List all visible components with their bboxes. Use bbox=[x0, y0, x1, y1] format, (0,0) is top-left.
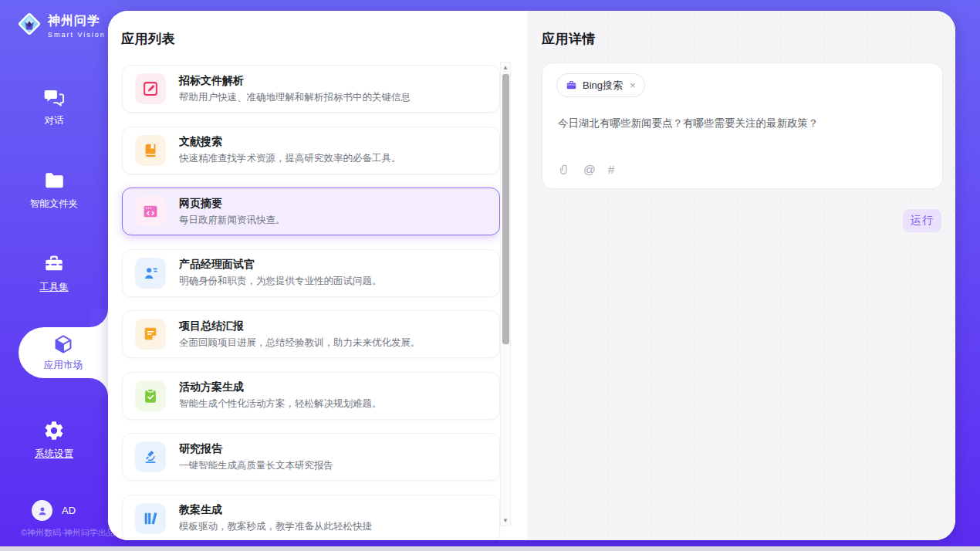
sidebar-item-app-market[interactable]: 应用市场 bbox=[19, 327, 108, 378]
copyright-footer: ©神州数码·神州问学出品 bbox=[21, 527, 115, 539]
tool-chip-bing-search[interactable]: Bing搜索 × bbox=[556, 73, 645, 97]
mention-at-icon[interactable]: @ bbox=[583, 163, 596, 177]
app-description: 一键智能生成高质量长文本研究报告 bbox=[179, 459, 333, 472]
brand-name: 神州问学 bbox=[48, 14, 100, 27]
clipboard-check-icon bbox=[135, 380, 166, 411]
app-name: 教案生成 bbox=[179, 503, 372, 517]
prompt-toolbar: @ # bbox=[558, 163, 614, 177]
app-card-activity-plan[interactable]: 活动方案生成 智能生成个性化活动方案，轻松解决规划难题。 bbox=[122, 372, 500, 420]
user-initials: AD bbox=[62, 505, 76, 516]
sidebar-item-label: 系统设置 bbox=[0, 448, 108, 461]
microscope-icon bbox=[135, 441, 166, 472]
sidebar: 神州问学 Smart Vision 对话 智能文件夹 工具集 bbox=[0, 0, 108, 546]
toolbox-icon bbox=[43, 253, 65, 275]
sidebar-item-label: 对话 bbox=[0, 114, 108, 127]
folder-icon bbox=[43, 170, 65, 191]
app-list-title: 应用列表 bbox=[121, 30, 175, 48]
prompt-input-card: Bing搜索 × 今日湖北有哪些新闻要点？有哪些需要关注的最新政策？ @ # bbox=[542, 63, 943, 189]
user-account[interactable]: AD bbox=[32, 500, 76, 521]
app-description: 帮助用户快速、准确地理解和解析招标书中的关键信息 bbox=[179, 91, 411, 104]
app-name: 网页摘要 bbox=[179, 197, 286, 211]
brand-subtitle: Smart Vision bbox=[48, 31, 106, 39]
app-detail-title: 应用详情 bbox=[542, 30, 596, 48]
active-tab-top-curve bbox=[90, 309, 108, 327]
app-name: 产品经理面试官 bbox=[179, 258, 382, 272]
app-card-project-summary[interactable]: 项目总结汇报 全面回顾项目进展，总结经验教训，助力未来优化发展。 bbox=[122, 310, 500, 358]
app-name: 研究报告 bbox=[179, 442, 333, 456]
app-card-research-report[interactable]: 研究报告 一键智能生成高质量长文本研究报告 bbox=[122, 433, 500, 481]
scroll-down-arrow-icon[interactable]: ▼ bbox=[501, 517, 510, 524]
book-icon bbox=[135, 135, 166, 166]
app-window: 神州问学 Smart Vision 对话 智能文件夹 工具集 bbox=[0, 0, 980, 551]
app-description: 每日政府新闻资讯快查。 bbox=[179, 214, 286, 227]
app-name: 活动方案生成 bbox=[179, 380, 382, 394]
paperclip-icon[interactable] bbox=[558, 164, 571, 177]
scrollbar-thumb[interactable] bbox=[502, 74, 509, 344]
sidebar-item-smart-folder[interactable]: 智能文件夹 bbox=[0, 170, 108, 211]
sidebar-item-label: 智能文件夹 bbox=[0, 198, 108, 211]
app-detail-panel: 应用详情 Bing搜索 × 今日湖北有哪些新闻要点？有哪些需要关注的最新政策？ … bbox=[527, 11, 955, 540]
interviewer-icon bbox=[135, 258, 166, 289]
app-description: 模板驱动，教案秒成，教学准备从此轻松快捷 bbox=[179, 520, 372, 533]
chat-icon bbox=[43, 86, 65, 108]
run-button[interactable]: 运行 bbox=[903, 209, 941, 232]
app-card-pm-interviewer[interactable]: 产品经理面试官 明确身份和职责，为您提供专业性的面试问题。 bbox=[122, 249, 500, 297]
sidebar-item-label: 工具集 bbox=[0, 281, 108, 294]
gear-icon bbox=[43, 420, 65, 441]
avatar bbox=[32, 500, 52, 521]
app-description: 智能生成个性化活动方案，轻松解决规划难题。 bbox=[179, 397, 382, 411]
document-edit-icon bbox=[135, 73, 166, 104]
sidebar-item-label: 应用市场 bbox=[19, 359, 108, 372]
cube-icon bbox=[52, 333, 74, 355]
webpage-icon bbox=[135, 196, 166, 227]
app-description: 明确身份和职责，为您提供专业性的面试问题。 bbox=[179, 275, 382, 288]
prompt-question-text[interactable]: 今日湖北有哪些新闻要点？有哪些需要关注的最新政策？ bbox=[558, 116, 928, 131]
sidebar-item-toolset[interactable]: 工具集 bbox=[0, 253, 108, 294]
app-name: 招标文件解析 bbox=[179, 74, 411, 88]
scroll-up-arrow-icon[interactable]: ▲ bbox=[501, 64, 510, 71]
note-icon bbox=[135, 319, 166, 350]
sidebar-item-settings[interactable]: 系统设置 bbox=[0, 420, 108, 461]
app-name: 文献搜索 bbox=[179, 135, 401, 149]
app-list-panel: 应用列表 招标文件解析 帮助用户快速、准确地理解和解析招标书中的关键信息 bbox=[108, 11, 527, 540]
app-description: 快速精准查找学术资源，提高研究效率的必备工具。 bbox=[179, 152, 401, 165]
app-list-scrollbar[interactable]: ▲ ▼ bbox=[500, 62, 511, 526]
app-description: 全面回顾项目进展，总结经验教训，助力未来优化发展。 bbox=[179, 336, 421, 350]
window-bottom-edge bbox=[0, 546, 980, 551]
app-card-webpage-summary[interactable]: 网页摘要 每日政府新闻资讯快查。 bbox=[122, 188, 500, 235]
hashtag-icon[interactable]: # bbox=[608, 163, 615, 177]
app-card-bid-document-analysis[interactable]: 招标文件解析 帮助用户快速、准确地理解和解析招标书中的关键信息 bbox=[122, 65, 500, 113]
diamond-logo-icon bbox=[15, 10, 43, 41]
close-icon[interactable]: × bbox=[630, 79, 636, 91]
sidebar-item-chat[interactable]: 对话 bbox=[0, 86, 108, 127]
books-icon bbox=[135, 503, 166, 534]
briefcase-icon bbox=[566, 79, 577, 91]
active-tab-bottom-curve bbox=[90, 378, 108, 397]
tool-chip-label: Bing搜索 bbox=[583, 79, 623, 93]
brand-logo: 神州问学 Smart Vision bbox=[15, 10, 106, 41]
app-card-list: 招标文件解析 帮助用户快速、准确地理解和解析招标书中的关键信息 文献搜索 快速精… bbox=[122, 65, 500, 540]
main-panel: 应用列表 招标文件解析 帮助用户快速、准确地理解和解析招标书中的关键信息 bbox=[108, 11, 955, 540]
app-card-lesson-plan[interactable]: 教案生成 模板驱动，教案秒成，教学准备从此轻松快捷 bbox=[122, 495, 500, 541]
app-name: 项目总结汇报 bbox=[179, 319, 421, 333]
app-card-literature-search[interactable]: 文献搜索 快速精准查找学术资源，提高研究效率的必备工具。 bbox=[122, 127, 500, 174]
